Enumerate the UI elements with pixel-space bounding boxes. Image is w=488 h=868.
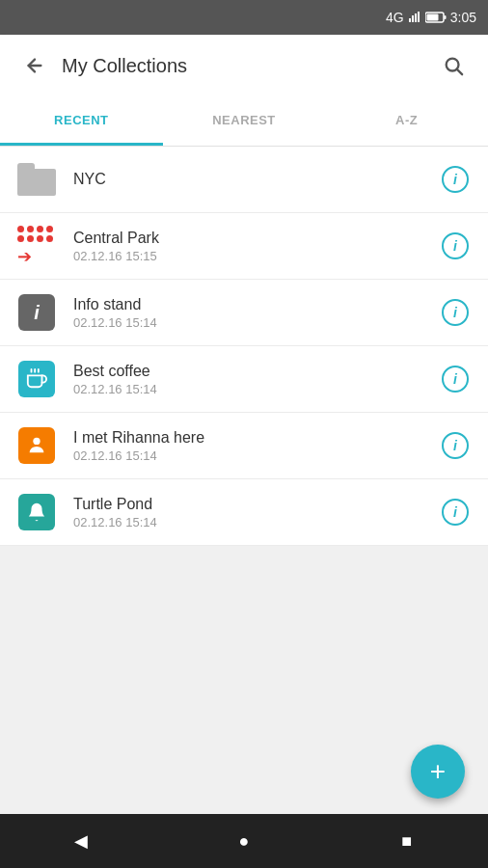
nav-recents-button[interactable]: ■ — [388, 822, 426, 860]
info-button-turtle-pond[interactable]: i — [438, 495, 473, 529]
svg-rect-1 — [412, 15, 414, 22]
time: 3:05 — [450, 10, 476, 25]
tab-nearest[interactable]: NEAREST — [163, 96, 326, 146]
item-text-turtle-pond: Turtle Pond 02.12.16 15:14 — [73, 496, 438, 529]
item-icon-central-park: ➔ — [15, 225, 58, 267]
folder-icon — [17, 163, 56, 196]
info-circle-icon: i — [442, 432, 469, 459]
svg-rect-2 — [415, 14, 417, 22]
item-icon-turtle-pond — [15, 491, 58, 533]
info-circle-icon: i — [442, 366, 469, 393]
item-icon-rihanna — [15, 424, 58, 467]
svg-line-9 — [457, 69, 462, 74]
status-icons: 4G 3:05 — [386, 10, 476, 25]
bottom-nav-bar: ◀ ● ■ — [0, 814, 488, 868]
item-text-rihanna: I met Rihanna here 02.12.16 15:14 — [73, 429, 438, 463]
info-button-central-park[interactable]: i — [438, 229, 473, 263]
item-icon-info-stand: i — [15, 291, 58, 334]
info-button-nyc[interactable]: i — [438, 162, 473, 197]
svg-rect-0 — [409, 18, 411, 22]
list-item[interactable]: Best coffee 02.12.16 15:14 i — [0, 346, 488, 413]
svg-rect-6 — [426, 14, 438, 21]
item-date: 02.12.16 15:14 — [73, 515, 438, 529]
info-circle-icon: i — [442, 299, 469, 326]
svg-rect-5 — [444, 15, 446, 19]
info-stand-icon: i — [18, 294, 55, 331]
info-circle-icon: i — [442, 232, 469, 259]
list-item[interactable]: Turtle Pond 02.12.16 15:14 i — [0, 479, 488, 546]
item-icon-nyc — [15, 158, 58, 201]
item-name: I met Rihanna here — [73, 429, 438, 447]
battery-icon — [425, 12, 447, 23]
page-title: My Collections — [62, 55, 434, 77]
nav-back-button[interactable]: ◀ — [62, 822, 100, 860]
item-date: 02.12.16 15:14 — [73, 315, 438, 330]
item-date: 02.12.16 15:15 — [73, 249, 438, 263]
nav-home-button[interactable]: ● — [225, 822, 263, 860]
info-circle-icon: i — [442, 499, 469, 526]
list-item[interactable]: i Info stand 02.12.16 15:14 i — [0, 280, 488, 346]
item-text-nyc: NYC — [73, 171, 438, 188]
list-item[interactable]: ➔ Central Park 02.12.16 15:15 i — [0, 213, 488, 280]
route-icon: ➔ — [17, 227, 56, 265]
item-text-central-park: Central Park 02.12.16 15:15 — [73, 230, 438, 263]
item-name: Info stand — [73, 296, 438, 313]
item-name: Best coffee — [73, 363, 438, 380]
item-date: 02.12.16 15:14 — [73, 448, 438, 463]
network-indicator: 4G — [386, 10, 404, 25]
bell-icon — [18, 494, 55, 530]
item-name: NYC — [73, 171, 438, 188]
info-circle-icon: i — [442, 166, 469, 193]
tabs: RECENT NEAREST A-Z — [0, 96, 488, 147]
fab-add-button[interactable]: + — [411, 745, 465, 799]
info-button-best-coffee[interactable]: i — [438, 362, 473, 396]
status-bar: 4G 3:05 — [0, 0, 488, 35]
coffee-icon — [18, 361, 55, 397]
item-icon-best-coffee — [15, 358, 58, 400]
info-button-rihanna[interactable]: i — [438, 428, 473, 463]
item-name: Central Park — [73, 230, 438, 247]
search-button[interactable] — [434, 46, 473, 85]
tab-recent[interactable]: RECENT — [0, 96, 163, 146]
signal-icon — [408, 11, 421, 24]
svg-rect-3 — [418, 12, 420, 22]
item-name: Turtle Pond — [73, 496, 438, 513]
item-text-info-stand: Info stand 02.12.16 15:14 — [73, 296, 438, 330]
tab-az[interactable]: A-Z — [325, 96, 488, 146]
info-button-info-stand[interactable]: i — [438, 295, 473, 330]
item-date: 02.12.16 15:14 — [73, 382, 438, 396]
back-button[interactable] — [15, 46, 54, 85]
person-icon — [18, 427, 55, 464]
item-text-best-coffee: Best coffee 02.12.16 15:14 — [73, 363, 438, 396]
list-item[interactable]: I met Rihanna here 02.12.16 15:14 i — [0, 413, 488, 479]
collection-list: NYC i ➔ Central Park 02.12.16 15:15 i — [0, 147, 488, 546]
app-bar: My Collections — [0, 35, 488, 96]
list-item[interactable]: NYC i — [0, 147, 488, 213]
svg-point-13 — [33, 438, 40, 445]
